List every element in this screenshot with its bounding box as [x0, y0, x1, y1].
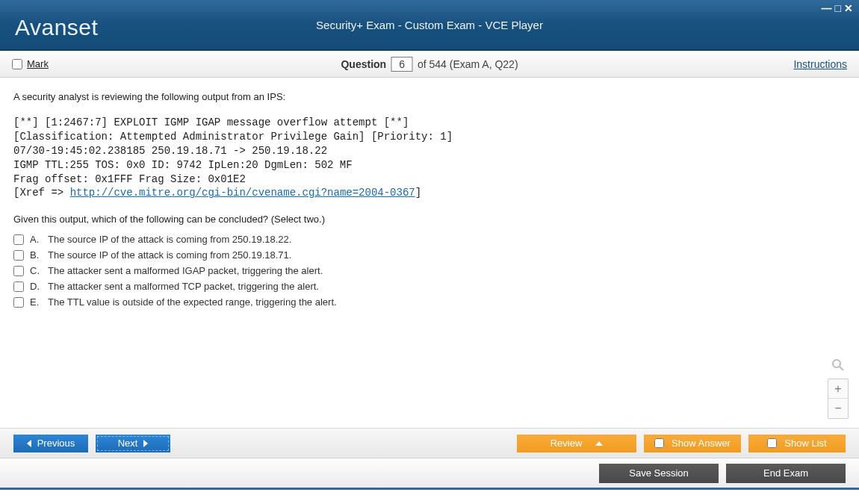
show-answer-button[interactable]: Show Answer	[644, 435, 741, 452]
zoom-box: + −	[828, 379, 849, 419]
info-bar: Mark Question 6 of 544 (Exam A, Q22) Ins…	[0, 51, 859, 78]
code-line: 07/30-19:45:02.238185 250.19.18.71 -> 25…	[13, 145, 327, 157]
action-bar-primary: Previous Next Review Show Answer Show Li…	[0, 429, 859, 458]
review-label: Review	[551, 438, 583, 449]
save-session-button[interactable]: Save Session	[599, 464, 719, 483]
show-answer-checkbox[interactable]	[654, 438, 664, 448]
option-a[interactable]: A. The source IP of the attack is coming…	[13, 234, 846, 245]
question-number[interactable]: 6	[391, 57, 413, 72]
code-line: Frag offset: 0x1FFF Frag Size: 0x01E2	[13, 173, 246, 185]
question-intro: A security analyst is reviewing the foll…	[13, 91, 846, 102]
option-text: The attacker sent a malformed IGAP packe…	[48, 265, 323, 276]
option-text: The TTL value is outside of the expected…	[48, 296, 337, 308]
show-answer-label: Show Answer	[672, 438, 731, 449]
option-letter: A.	[30, 234, 42, 245]
option-a-checkbox[interactable]	[13, 234, 24, 245]
ips-output: [**] [1:2467:7] EXPLOIT IGMP IGAP messag…	[13, 116, 846, 200]
option-text: The attacker sent a malformed TCP packet…	[48, 281, 319, 292]
svg-point-0	[833, 360, 840, 367]
show-list-checkbox[interactable]	[767, 438, 777, 448]
question-label: Question	[341, 58, 386, 70]
next-button[interactable]: Next	[96, 435, 170, 452]
brand-logo: Avanset	[15, 15, 98, 40]
mark-checkbox[interactable]	[12, 59, 22, 69]
next-label: Next	[118, 438, 138, 449]
zoom-out-button[interactable]: −	[828, 399, 848, 418]
code-line: IGMP TTL:255 TOS: 0x0 ID: 9742 IpLen:20 …	[13, 159, 353, 171]
svg-line-1	[840, 367, 843, 370]
triangle-left-icon	[27, 440, 31, 447]
option-b[interactable]: B. The source IP of the attack is coming…	[13, 249, 846, 261]
option-c-checkbox[interactable]	[13, 266, 24, 276]
close-icon[interactable]: ✕	[844, 3, 853, 13]
end-exam-button[interactable]: End Exam	[726, 464, 846, 483]
question-prompt: Given this output, which of the followin…	[13, 214, 846, 225]
show-list-button[interactable]: Show List	[748, 435, 846, 452]
code-line: [**] [1:2467:7] EXPLOIT IGMP IGAP messag…	[13, 116, 409, 128]
option-letter: E.	[30, 296, 42, 308]
question-total: of 544 (Exam A, Q22)	[418, 58, 518, 70]
minimize-icon[interactable]: —	[822, 3, 832, 13]
magnifier-icon[interactable]	[829, 358, 847, 376]
question-position: Question 6 of 544 (Exam A, Q22)	[341, 57, 518, 72]
zoom-in-button[interactable]: +	[828, 379, 848, 399]
triangle-right-icon	[143, 440, 148, 447]
answer-options: A. The source IP of the attack is coming…	[13, 234, 846, 308]
option-b-checkbox[interactable]	[13, 250, 24, 261]
option-letter: C.	[30, 265, 42, 276]
mark-label[interactable]: Mark	[27, 58, 49, 69]
show-list-label: Show List	[784, 438, 826, 449]
cve-link[interactable]: http://cve.mitre.org/cgi-bin/cvename.cgi…	[70, 187, 415, 199]
review-button[interactable]: Review	[517, 435, 636, 452]
option-text: The source IP of the attack is coming fr…	[48, 249, 291, 261]
option-letter: D.	[30, 281, 42, 292]
question-content: A security analyst is reviewing the foll…	[0, 78, 859, 429]
previous-button[interactable]: Previous	[13, 435, 88, 452]
option-e[interactable]: E. The TTL value is outside of the expec…	[13, 296, 846, 308]
option-c[interactable]: C. The attacker sent a malformed IGAP pa…	[13, 265, 846, 276]
code-line: [Classification: Attempted Administrator…	[13, 131, 453, 143]
xref-suffix: ]	[415, 187, 421, 199]
option-d[interactable]: D. The attacker sent a malformed TCP pac…	[13, 281, 846, 292]
instructions-link[interactable]: Instructions	[793, 58, 847, 70]
option-text: The source IP of the attack is coming fr…	[48, 234, 291, 245]
option-letter: B.	[30, 249, 42, 261]
zoom-controls: + −	[828, 358, 849, 419]
triangle-up-icon	[595, 441, 603, 446]
action-bar-secondary: Save Session End Exam	[0, 458, 859, 490]
option-d-checkbox[interactable]	[13, 281, 24, 292]
mark-wrap: Mark	[12, 58, 49, 69]
previous-label: Previous	[37, 438, 75, 449]
app-title: Security+ Exam - Custom Exam - VCE Playe…	[0, 0, 859, 51]
maximize-icon[interactable]: □	[835, 3, 841, 13]
xref-prefix: [Xref =>	[13, 187, 70, 199]
option-e-checkbox[interactable]	[13, 297, 24, 308]
title-bar: — □ ✕ Avanset Security+ Exam - Custom Ex…	[0, 0, 859, 51]
window-controls: — □ ✕	[822, 3, 853, 13]
